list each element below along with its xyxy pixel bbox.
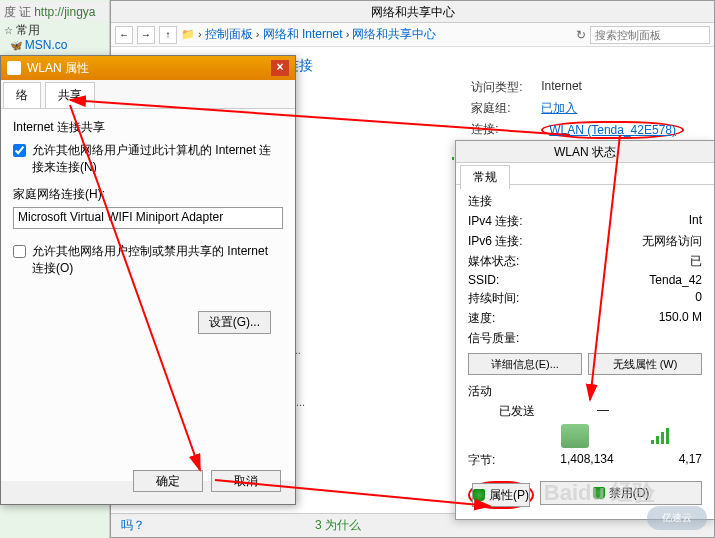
ssid-label: SSID: — [468, 273, 499, 287]
close-button[interactable]: × — [271, 60, 289, 76]
allow-control-label: 允许其他网络用户控制或禁用共享的 Internet 连接(O) — [32, 243, 283, 277]
bytes-recv: 4,17 — [679, 452, 702, 469]
wlan-status-tabs: 常规 — [456, 163, 714, 185]
breadcrumb[interactable]: 📁 › 控制面板 › 网络和 Internet › 网络和共享中心 — [181, 26, 572, 43]
wlan-props-tabs: 络 共享 — [1, 80, 295, 109]
ics-section-title: Internet 连接共享 — [13, 119, 283, 136]
homegroup-value[interactable]: 已加入 — [541, 100, 577, 117]
connection-link[interactable]: WLAN (Tenda_42E578) — [541, 121, 684, 139]
refresh-icon[interactable]: ↻ — [576, 28, 586, 42]
wireless-properties-button[interactable]: 无线属性 (W) — [588, 353, 702, 375]
settings-button[interactable]: 设置(G)... — [198, 311, 271, 334]
question-1[interactable]: 吗？ — [121, 517, 145, 534]
explorer-nav-bar: ← → ↑ 📁 › 控制面板 › 网络和 Internet › 网络和共享中心 … — [111, 23, 714, 47]
addr-url: http://jingya — [34, 5, 95, 19]
nav-up-button[interactable]: ↑ — [159, 26, 177, 44]
bookmark-bar: ☆ 常用 — [4, 22, 40, 39]
question-2[interactable]: 3 为什么 — [315, 517, 361, 534]
allow-sharing-checkbox-row: 允许其他网络用户通过此计算机的 Internet 连接来连接(N) — [13, 142, 283, 176]
allow-sharing-checkbox[interactable] — [13, 144, 26, 157]
wlan-props-titlebar[interactable]: WLAN 属性 × — [1, 56, 295, 80]
nav-forward-button[interactable]: → — [137, 26, 155, 44]
bytes-label: 字节: — [468, 452, 495, 469]
network-info-panel: 访问类型:Internet 家庭组:已加入 连接:WLAN (Tenda_42E… — [471, 79, 684, 143]
addr-prefix: 度 证 — [4, 5, 31, 19]
home-connection-select[interactable]: Microsoft Virtual WIFI Miniport Adapter — [13, 207, 283, 229]
homegroup-label: 家庭组: — [471, 100, 531, 117]
wlan-props-title-text: WLAN 属性 — [27, 60, 271, 77]
tab-general[interactable]: 常规 — [460, 165, 510, 189]
allow-control-checkbox-row: 允许其他网络用户控制或禁用共享的 Internet 连接(O) — [13, 243, 283, 277]
connection-label: 连接: — [471, 121, 531, 139]
access-type-value: Internet — [541, 79, 582, 96]
media-value: 已 — [690, 253, 702, 270]
media-label: 媒体状态: — [468, 253, 519, 270]
ipv6-label: IPv6 连接: — [468, 233, 523, 250]
ssid-value: Tenda_42 — [649, 273, 702, 287]
nav-back-button[interactable]: ← — [115, 26, 133, 44]
connection-section-title: 连接 — [468, 193, 702, 210]
ok-button[interactable]: 确定 — [133, 470, 203, 492]
properties-button-highlight: 属性(P) — [468, 481, 534, 509]
wlan-props-body: Internet 连接共享 允许其他网络用户通过此计算机的 Internet 连… — [1, 109, 295, 481]
home-connection-label: 家庭网络连接(H): — [13, 186, 283, 203]
cancel-button[interactable]: 取消 — [211, 470, 281, 492]
details-button[interactable]: 详细信息(E)... — [468, 353, 582, 375]
search-input[interactable] — [590, 26, 710, 44]
allow-sharing-label: 允许其他网络用户通过此计算机的 Internet 连接来连接(N) — [32, 142, 283, 176]
bytes-sent: 1,408,134 — [560, 452, 613, 469]
ipv4-value: Int — [689, 213, 702, 230]
ipv4-label: IPv4 连接: — [468, 213, 523, 230]
speed-value: 150.0 M — [659, 310, 702, 327]
baidu-watermark: Baidu 经验 — [544, 478, 655, 508]
msn-link[interactable]: 🦋 MSN.co — [10, 38, 67, 52]
activity-section-title: 活动 — [468, 383, 702, 400]
computer-icon — [561, 424, 589, 448]
signal-bars-icon — [651, 428, 671, 444]
sent-label: 已发送 — [499, 403, 535, 420]
dialog-button-row: 确定 取消 — [133, 470, 281, 492]
access-type-label: 访问类型: — [471, 79, 531, 96]
yisu-cloud-logo: 亿速云 — [647, 506, 707, 530]
activity-icons — [468, 424, 702, 448]
shield-icon — [473, 489, 485, 501]
ipv6-value: 无网络访问 — [642, 233, 702, 250]
speed-label: 速度: — [468, 310, 495, 327]
duration-label: 持续时间: — [468, 290, 519, 307]
allow-control-checkbox[interactable] — [13, 245, 26, 258]
wlan-status-body: 连接 IPv4 连接:Int IPv6 连接:无网络访问 媒体状态:已 SSID… — [456, 185, 714, 480]
properties-button[interactable]: 属性(P) — [472, 483, 530, 507]
signal-label: 信号质量: — [468, 330, 519, 347]
wlan-properties-dialog: WLAN 属性 × 络 共享 Internet 连接共享 允许其他网络用户通过此… — [0, 55, 296, 505]
wlan-props-icon — [7, 61, 21, 75]
tab-network[interactable]: 络 — [3, 82, 41, 108]
wlan-status-title: WLAN 状态 — [456, 141, 714, 163]
browser-address-bar[interactable]: 度 证 http://jingya — [0, 2, 109, 20]
wlan-status-dialog: WLAN 状态 常规 连接 IPv4 连接:Int IPv6 连接:无网络访问 … — [455, 140, 715, 520]
tab-sharing[interactable]: 共享 — [45, 82, 95, 108]
duration-value: 0 — [695, 290, 702, 307]
window-title: 网络和共享中心 — [111, 1, 714, 23]
